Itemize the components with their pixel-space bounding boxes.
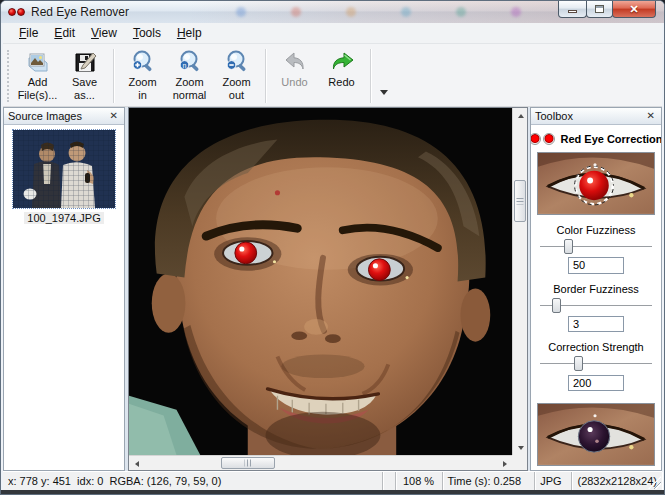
- undo-arrow-icon: [281, 49, 309, 75]
- save-floppy-icon: [71, 49, 99, 75]
- photo-view[interactable]: [129, 108, 512, 455]
- add-files-label: Add File(s)...: [18, 76, 58, 101]
- zoom-out-button[interactable]: Zoom out: [213, 48, 260, 101]
- magnifier-plus-icon: [129, 49, 157, 75]
- source-images-title: Source Images: [8, 110, 108, 122]
- toolbox-header[interactable]: Toolbox ✕: [531, 108, 661, 125]
- magnifier-minus-icon: [223, 49, 251, 75]
- toolbar-separator: [113, 49, 114, 103]
- content-area: Source Images ✕: [3, 107, 662, 471]
- status-position: x: 778 y: 451 idx: 0 RGBA: (126, 79, 59,…: [8, 475, 221, 487]
- magnifier-n-icon: n: [176, 49, 204, 75]
- minimize-icon: [568, 10, 577, 13]
- horizontal-scrollbar[interactable]: [129, 455, 512, 470]
- toolbox-title: Toolbox: [535, 110, 645, 122]
- window-title: Red Eye Remover: [31, 5, 129, 19]
- add-image-icon: [24, 49, 52, 75]
- status-format: JPG: [540, 475, 561, 487]
- correction-strength-input[interactable]: [568, 375, 624, 391]
- scrollbar-corner: [512, 455, 527, 470]
- border-fuzziness-slider-thumb[interactable]: [552, 298, 561, 313]
- maximize-icon: [595, 5, 604, 13]
- scroll-right-icon[interactable]: [497, 456, 512, 471]
- title-bar[interactable]: Red Eye Remover ✕: [1, 1, 664, 23]
- slider-track: [540, 246, 652, 248]
- correction-strength-label: Correction Strength: [548, 341, 643, 353]
- redo-button[interactable]: Redo: [318, 48, 365, 89]
- color-fuzziness-slider-thumb[interactable]: [564, 239, 573, 254]
- toolbar-overflow-icon[interactable]: [380, 90, 388, 95]
- panel-close-icon[interactable]: ✕: [645, 111, 657, 121]
- scroll-left-icon[interactable]: [129, 456, 144, 471]
- color-fuzziness-input[interactable]: [568, 257, 624, 273]
- toolbar-separator: [265, 49, 266, 103]
- slider-track: [540, 363, 652, 365]
- border-fuzziness-input[interactable]: [568, 316, 624, 332]
- zoom-in-label: Zoom in: [128, 76, 156, 101]
- border-fuzziness-label: Border Fuzziness: [553, 283, 639, 295]
- undo-label: Undo: [281, 76, 307, 89]
- menu-bar: File Edit View Tools Help: [3, 23, 662, 44]
- source-images-header[interactable]: Source Images ✕: [4, 108, 124, 125]
- red-eye-correction-title: Red Eye Correction: [560, 133, 661, 145]
- menu-edit[interactable]: Edit: [46, 24, 83, 42]
- menu-view[interactable]: View: [83, 24, 125, 42]
- scroll-up-icon[interactable]: [513, 108, 528, 123]
- horizontal-scroll-thumb[interactable]: [221, 457, 275, 469]
- red-eyes-icon: [531, 133, 555, 145]
- glass-reflection: [401, 7, 411, 17]
- menu-tools[interactable]: Tools: [125, 24, 169, 42]
- app-window: Red Eye Remover ✕ File Edit View Tools H…: [0, 0, 665, 495]
- undo-button: Undo: [271, 48, 318, 89]
- border-fuzziness-slider[interactable]: [538, 297, 654, 313]
- vertical-scrollbar[interactable]: [512, 108, 527, 455]
- redo-arrow-icon: [328, 49, 356, 75]
- glass-reflection: [291, 7, 301, 17]
- glass-reflection: [456, 7, 466, 17]
- eye-preview-before: [537, 152, 655, 215]
- color-fuzziness-label: Color Fuzziness: [557, 224, 636, 236]
- color-fuzziness-slider[interactable]: [538, 238, 654, 254]
- source-images-panel: Source Images ✕: [3, 107, 125, 471]
- zoom-out-label: Zoom out: [222, 76, 250, 101]
- scroll-down-icon[interactable]: [513, 440, 528, 455]
- window-bottom-edge: [1, 490, 664, 494]
- glass-reflection: [236, 7, 246, 17]
- correction-strength-slider-thumb[interactable]: [574, 356, 583, 371]
- minimize-button[interactable]: [558, 1, 587, 18]
- vertical-scroll-thumb[interactable]: [514, 180, 526, 222]
- close-icon: ✕: [629, 4, 638, 15]
- status-zoom-level: 108 %: [403, 475, 434, 487]
- save-as-button[interactable]: Save as...: [61, 48, 108, 101]
- menu-help[interactable]: Help: [169, 24, 210, 42]
- panel-close-icon[interactable]: ✕: [108, 111, 120, 121]
- zoom-normal-button[interactable]: n Zoom normal: [166, 48, 213, 101]
- zoom-normal-label: Zoom normal: [173, 76, 207, 101]
- close-button[interactable]: ✕: [612, 1, 656, 18]
- status-spacer: [383, 472, 396, 490]
- redo-label: Redo: [328, 76, 354, 89]
- app-icon: [8, 7, 26, 17]
- maximize-button[interactable]: [586, 1, 613, 18]
- svg-text:n: n: [182, 62, 186, 69]
- source-thumbnail[interactable]: [13, 130, 115, 208]
- add-files-button[interactable]: Add File(s)...: [14, 48, 61, 101]
- menu-file[interactable]: File: [11, 24, 46, 42]
- status-dimensions: (2832x2128x24): [577, 475, 657, 487]
- toolbox-panel: Toolbox ✕ Red Eye Correction: [530, 107, 662, 471]
- status-bar: x: 778 y: 451 idx: 0 RGBA: (126, 79, 59,…: [3, 471, 662, 490]
- save-as-label: Save as...: [72, 76, 97, 101]
- toolbar: Add File(s)... Save as...: [3, 44, 662, 107]
- status-time: Time (s): 0.258: [448, 475, 522, 487]
- source-thumbnail-filename: 100_1974.JPG: [24, 212, 103, 224]
- correction-strength-slider[interactable]: [538, 355, 654, 371]
- eye-preview-after: [537, 403, 655, 466]
- toolbar-separator: [370, 49, 371, 103]
- glass-reflection: [346, 7, 356, 17]
- toolbar-grip[interactable]: [7, 50, 10, 102]
- zoom-in-button[interactable]: Zoom in: [119, 48, 166, 101]
- glass-reflection: [511, 7, 521, 17]
- image-canvas[interactable]: [128, 107, 528, 471]
